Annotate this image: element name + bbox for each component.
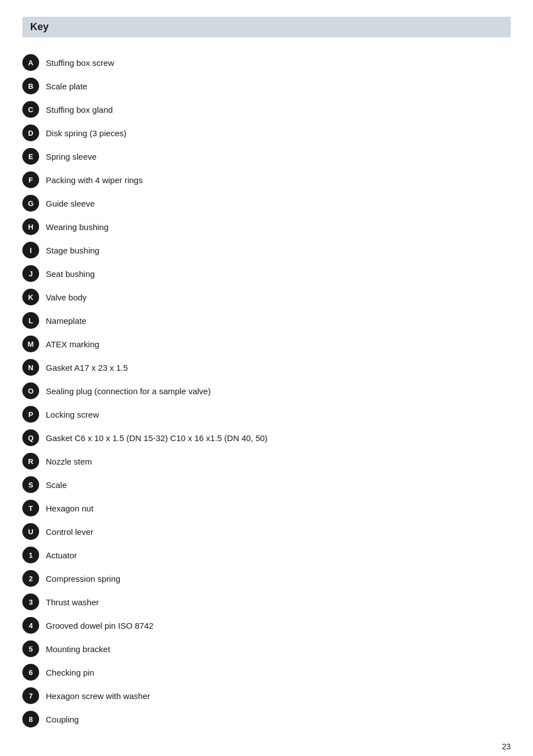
list-item: OSealing plug (connection for a sample v… xyxy=(22,379,511,403)
list-item: 6Checking pin xyxy=(22,661,511,684)
page-number: 23 xyxy=(502,742,511,751)
item-label: Stuffing box screw xyxy=(46,58,114,68)
list-item: THexagon nut xyxy=(22,496,511,520)
item-badge: N xyxy=(22,359,39,376)
page-container: Key AStuffing box screwBScale plateCStuf… xyxy=(0,0,533,756)
list-item: 3Thrust washer xyxy=(22,590,511,614)
item-label: Seat bushing xyxy=(46,269,95,279)
list-item: PLocking screw xyxy=(22,403,511,426)
item-badge: I xyxy=(22,242,39,259)
item-badge: 7 xyxy=(22,687,39,704)
list-item: 2Compression spring xyxy=(22,567,511,590)
item-label: Coupling xyxy=(46,715,79,724)
list-item: 7Hexagon screw with washer xyxy=(22,684,511,707)
list-item: BScale plate xyxy=(22,74,511,98)
item-badge: P xyxy=(22,406,39,423)
items-list: AStuffing box screwBScale plateCStuffing… xyxy=(22,51,511,731)
item-badge: B xyxy=(22,78,39,94)
list-item: MATEX marking xyxy=(22,332,511,356)
list-item: FPacking with 4 wiper rings xyxy=(22,168,511,192)
key-title: Key xyxy=(30,21,49,32)
list-item: LNameplate xyxy=(22,309,511,332)
list-item: UControl lever xyxy=(22,520,511,543)
item-label: Gasket A17 x 23 x 1.5 xyxy=(46,363,128,372)
item-label: Stage bushing xyxy=(46,246,99,255)
list-item: QGasket C6 x 10 x 1.5 (DN 15-32) C10 x 1… xyxy=(22,426,511,449)
item-label: ATEX marking xyxy=(46,339,99,349)
item-badge: F xyxy=(22,171,39,188)
list-item: JSeat bushing xyxy=(22,262,511,285)
item-badge: 4 xyxy=(22,617,39,634)
item-badge: T xyxy=(22,500,39,516)
list-item: CStuffing box gland xyxy=(22,98,511,121)
item-label: Packing with 4 wiper rings xyxy=(46,175,142,185)
list-item: KValve body xyxy=(22,285,511,309)
item-label: Spring sleeve xyxy=(46,152,97,161)
list-item: HWearing bushing xyxy=(22,215,511,238)
item-badge: C xyxy=(22,101,39,118)
list-item: AStuffing box screw xyxy=(22,51,511,74)
list-item: 8Coupling xyxy=(22,707,511,731)
list-item: DDisk spring (3 pieces) xyxy=(22,121,511,145)
list-item: RNozzle stem xyxy=(22,449,511,473)
item-badge: K xyxy=(22,289,39,305)
item-badge: G xyxy=(22,195,39,212)
item-badge: S xyxy=(22,476,39,493)
item-label: Guide sleeve xyxy=(46,199,95,208)
item-badge: R xyxy=(22,453,39,470)
item-label: Valve body xyxy=(46,293,87,302)
item-badge: 2 xyxy=(22,570,39,587)
list-item: ESpring sleeve xyxy=(22,145,511,168)
item-label: Checking pin xyxy=(46,668,94,677)
item-label: Disk spring (3 pieces) xyxy=(46,128,126,138)
list-item: 1Actuator xyxy=(22,543,511,567)
item-label: Nameplate xyxy=(46,316,87,326)
list-item: NGasket A17 x 23 x 1.5 xyxy=(22,356,511,379)
list-item: 4Grooved dowel pin ISO 8742 xyxy=(22,614,511,637)
list-item: SScale xyxy=(22,473,511,496)
item-badge: D xyxy=(22,125,39,141)
item-badge: 8 xyxy=(22,711,39,728)
list-item: GGuide sleeve xyxy=(22,192,511,215)
item-badge: M xyxy=(22,336,39,352)
item-badge: O xyxy=(22,382,39,399)
item-badge: J xyxy=(22,265,39,282)
item-badge: 3 xyxy=(22,594,39,610)
item-badge: E xyxy=(22,148,39,165)
item-badge: U xyxy=(22,523,39,540)
list-item: 5Mounting bracket xyxy=(22,637,511,661)
item-badge: H xyxy=(22,218,39,235)
item-label: Locking screw xyxy=(46,410,99,419)
list-item: IStage bushing xyxy=(22,238,511,262)
item-label: Stuffing box gland xyxy=(46,105,113,114)
item-badge: 6 xyxy=(22,664,39,681)
item-label: Scale plate xyxy=(46,82,87,91)
item-label: Sealing plug (connection for a sample va… xyxy=(46,386,211,396)
item-label: Wearing bushing xyxy=(46,222,108,232)
item-label: Scale xyxy=(46,480,67,490)
item-badge: Q xyxy=(22,429,39,446)
item-badge: A xyxy=(22,54,39,71)
item-label: Hexagon screw with washer xyxy=(46,691,150,701)
item-label: Nozzle stem xyxy=(46,457,92,466)
item-label: Grooved dowel pin ISO 8742 xyxy=(46,621,154,630)
item-badge: L xyxy=(22,312,39,329)
item-label: Mounting bracket xyxy=(46,644,110,654)
item-label: Compression spring xyxy=(46,574,120,583)
item-label: Actuator xyxy=(46,551,77,560)
item-badge: 1 xyxy=(22,547,39,563)
item-label: Hexagon nut xyxy=(46,504,93,513)
key-header: Key xyxy=(22,17,511,37)
item-badge: 5 xyxy=(22,640,39,657)
item-label: Thrust washer xyxy=(46,597,99,607)
item-label: Gasket C6 x 10 x 1.5 (DN 15-32) C10 x 16… xyxy=(46,433,268,443)
item-label: Control lever xyxy=(46,527,93,537)
